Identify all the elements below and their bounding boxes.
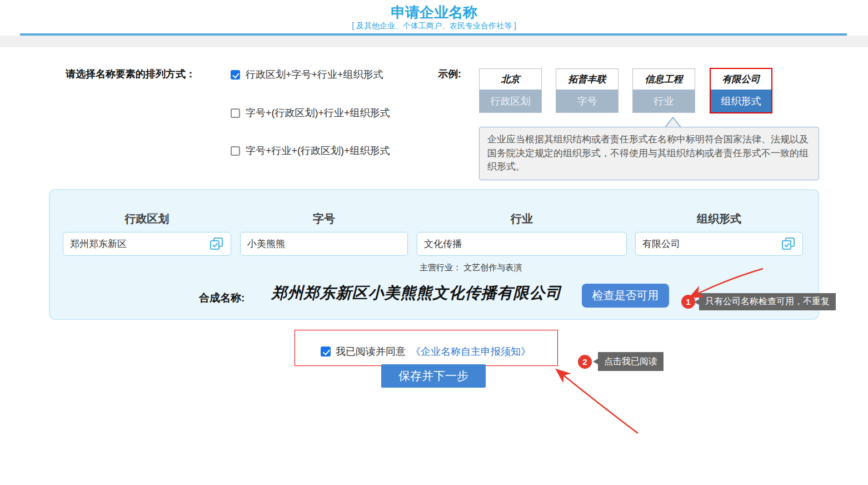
example-category-label: 字号 xyxy=(556,90,618,112)
header-gray-bar xyxy=(0,36,868,47)
field-header-industry: 行业 xyxy=(417,211,627,226)
industry-value: 文化传播 xyxy=(424,237,620,250)
example-box-industry: 信息工程 行业 xyxy=(632,68,695,113)
arrangement-label: 请选择名称要素的排列方式： xyxy=(66,67,196,81)
step2-badge: 2 xyxy=(578,355,592,369)
example-sample-text: 信息工程 xyxy=(633,69,695,90)
page-title: 申请企业名称 xyxy=(0,3,868,22)
industry-input[interactable]: 文化传播 xyxy=(417,232,627,256)
agreement-row[interactable]: 我已阅读并同意 《企业名称自主申报须知》 xyxy=(321,345,531,358)
application-page: 申请企业名称 [ 及其他企业、个体工商户、农民专业合作社等 ] 请选择名称要素的… xyxy=(0,0,868,485)
arrow-to-agreement xyxy=(557,370,638,433)
picker-icon[interactable] xyxy=(208,237,224,251)
agreement-checkbox-icon[interactable] xyxy=(321,347,331,357)
page-subtitle: [ 及其他企业、个体工商户、农民专业合作社等 ] xyxy=(0,21,868,31)
region-value: 郑州郑东新区 xyxy=(70,237,208,250)
orgform-note: 企业应当根据其组织结构或者责任形式在名称中标明符合国家法律、法规以及国务院决定规… xyxy=(479,127,819,180)
field-header-region: 行政区划 xyxy=(63,211,231,226)
step1-badge: 1 xyxy=(681,295,695,309)
picker-icon[interactable] xyxy=(780,237,796,251)
composed-name-text: 郑州郑东新区小美熊熊文化传播有限公司 xyxy=(257,283,576,304)
example-category-label: 组织形式 xyxy=(711,90,771,112)
example-box-tradename: 拓普丰联 字号 xyxy=(556,68,618,113)
orgform-input[interactable]: 有限公司 xyxy=(635,232,803,256)
example-category-label: 行政区划 xyxy=(480,90,541,112)
checkbox-unchecked-icon[interactable] xyxy=(231,146,240,156)
example-box-region: 北京 行政区划 xyxy=(479,68,542,113)
example-box-orgform-highlighted: 有限公司 组织形式 xyxy=(710,68,772,113)
arrangement-option-1[interactable]: 行政区划+字号+行业+组织形式 xyxy=(231,68,383,81)
field-header-tradename: 字号 xyxy=(240,211,408,226)
region-input[interactable]: 郑州郑东新区 xyxy=(63,232,231,256)
arrangement-option-label: 字号+行业+(行政区划)+组织形式 xyxy=(246,144,390,157)
step1-tooltip: 只有公司名称检查可用，不重复 xyxy=(699,293,836,310)
orgform-value: 有限公司 xyxy=(642,237,780,250)
example-sample-text: 拓普丰联 xyxy=(556,69,618,90)
arrangement-option-label: 字号+(行政区划)+行业+组织形式 xyxy=(246,106,390,120)
arrangement-option-label: 行政区划+字号+行业+组织形式 xyxy=(246,68,383,81)
example-label: 示例: xyxy=(438,67,461,81)
checkbox-unchecked-icon[interactable] xyxy=(231,108,240,118)
example-category-label: 行业 xyxy=(633,90,695,112)
step2-tooltip: 点击我已阅读 xyxy=(598,352,664,371)
main-industry-hint: 主营行业： 文艺创作与表演 xyxy=(420,263,522,273)
example-sample-text: 北京 xyxy=(480,69,541,90)
save-next-button[interactable]: 保存并下一步 xyxy=(381,364,486,388)
tradename-input[interactable]: 小美熊熊 xyxy=(240,232,408,256)
tradename-value: 小美熊熊 xyxy=(247,237,401,250)
arrangement-option-3[interactable]: 字号+行业+(行政区划)+组织形式 xyxy=(231,144,390,157)
arrangement-option-2[interactable]: 字号+(行政区划)+行业+组织形式 xyxy=(231,106,390,120)
check-availability-button[interactable]: 检查是否可用 xyxy=(582,284,669,308)
field-header-orgform: 组织形式 xyxy=(635,211,803,226)
example-sample-text: 有限公司 xyxy=(711,69,771,90)
composed-name-label: 合成名称: xyxy=(199,291,245,305)
declaration-notice-link[interactable]: 《企业名称自主申报须知》 xyxy=(411,345,531,358)
agreement-text: 我已阅读并同意 xyxy=(336,345,406,358)
checkbox-checked-icon[interactable] xyxy=(231,70,240,80)
